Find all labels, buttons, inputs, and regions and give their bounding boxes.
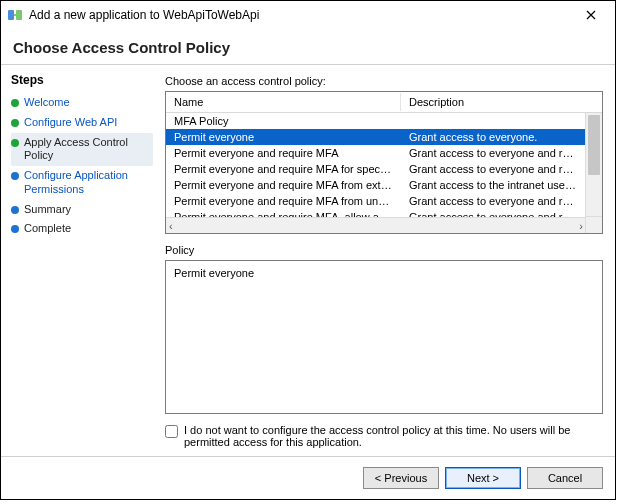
close-icon <box>586 10 596 20</box>
scrollbar-corner <box>585 216 602 233</box>
policy-row[interactable]: Permit everyoneGrant access to everyone. <box>166 129 586 145</box>
opt-out-row[interactable]: I do not want to configure the access co… <box>165 424 603 448</box>
policy-list[interactable]: Name Description MFA PolicyPermit everyo… <box>165 91 603 234</box>
policy-row-name: Permit everyone and require MFA <box>166 147 401 159</box>
step-label[interactable]: Configure Web API <box>24 116 117 130</box>
step-item[interactable]: Configure Application Permissions <box>11 166 153 200</box>
step-item[interactable]: Welcome <box>11 93 153 113</box>
policy-row[interactable]: Permit everyone and require MFA for spec… <box>166 161 586 177</box>
policy-row[interactable]: Permit everyone and require MFA, allow a… <box>166 209 586 217</box>
policy-list-header: Name Description <box>166 92 602 113</box>
policy-row-name: MFA Policy <box>166 115 401 127</box>
previous-button[interactable]: < Previous <box>363 467 439 489</box>
policy-row-description: Grant access to everyone and require MFA… <box>401 163 586 175</box>
step-item: Apply Access Control Policy <box>11 133 153 167</box>
policy-row[interactable]: Permit everyone and require MFA from una… <box>166 193 586 209</box>
opt-out-checkbox[interactable] <box>165 425 178 438</box>
scroll-left-icon[interactable]: ‹ <box>169 220 173 232</box>
steps-heading: Steps <box>11 73 153 87</box>
step-item: Summary <box>11 200 153 220</box>
step-item: Complete <box>11 219 153 239</box>
step-bullet-icon <box>11 206 19 214</box>
policy-row[interactable]: Permit everyone and require MFAGrant acc… <box>166 145 586 161</box>
step-bullet-icon <box>11 99 19 107</box>
policy-row-description: Grant access to everyone. <box>401 131 586 143</box>
svg-rect-0 <box>8 10 14 20</box>
policy-row-description: Grant access to the intranet users and r… <box>401 179 586 191</box>
step-label: Summary <box>24 203 71 217</box>
policy-row-name: Permit everyone and require MFA from una… <box>166 195 401 207</box>
page-title: Choose Access Control Policy <box>1 29 615 64</box>
policy-label: Policy <box>165 244 603 256</box>
main-panel: Choose an access control policy: Name De… <box>161 65 615 456</box>
vertical-scrollbar[interactable] <box>585 113 602 217</box>
policy-row-name: Permit everyone <box>166 131 401 143</box>
step-item[interactable]: Configure Web API <box>11 113 153 133</box>
step-bullet-icon <box>11 172 19 180</box>
opt-out-label: I do not want to configure the access co… <box>184 424 603 448</box>
window-title: Add a new application to WebApiToWebApi <box>29 8 573 22</box>
step-label: Complete <box>24 222 71 236</box>
choose-policy-label: Choose an access control policy: <box>165 75 603 87</box>
policy-row[interactable]: Permit everyone and require MFA from ext… <box>166 177 586 193</box>
column-name[interactable]: Name <box>166 93 401 111</box>
policy-preview-text: Permit everyone <box>174 267 254 279</box>
close-button[interactable] <box>573 2 609 28</box>
policy-row-description: Grant access to everyone and require MFA… <box>401 195 586 207</box>
titlebar: Add a new application to WebApiToWebApi <box>1 1 615 29</box>
policy-row-description: Grant access to everyone and require MFA… <box>401 147 586 159</box>
svg-rect-1 <box>16 10 22 20</box>
policy-row-name: Permit everyone and require MFA from ext… <box>166 179 401 191</box>
horizontal-scrollbar[interactable]: ‹ › <box>166 217 586 233</box>
step-bullet-icon <box>11 225 19 233</box>
scroll-right-icon[interactable]: › <box>579 220 583 232</box>
vertical-scrollbar-thumb[interactable] <box>588 115 600 175</box>
step-bullet-icon <box>11 119 19 127</box>
app-icon <box>7 7 23 23</box>
wizard-window: Add a new application to WebApiToWebApi … <box>0 0 616 500</box>
next-button[interactable]: Next > <box>445 467 521 489</box>
policy-row-name: Permit everyone and require MFA for spec… <box>166 163 401 175</box>
step-bullet-icon <box>11 139 19 147</box>
steps-panel: Steps WelcomeConfigure Web APIApply Acce… <box>1 65 161 456</box>
column-description[interactable]: Description <box>401 93 602 111</box>
cancel-button[interactable]: Cancel <box>527 467 603 489</box>
policy-preview: Permit everyone <box>165 260 603 414</box>
step-label: Apply Access Control Policy <box>24 136 153 164</box>
footer: < Previous Next > Cancel <box>1 457 615 499</box>
policy-row[interactable]: MFA Policy <box>166 113 586 129</box>
step-label[interactable]: Welcome <box>24 96 70 110</box>
step-label[interactable]: Configure Application Permissions <box>24 169 153 197</box>
